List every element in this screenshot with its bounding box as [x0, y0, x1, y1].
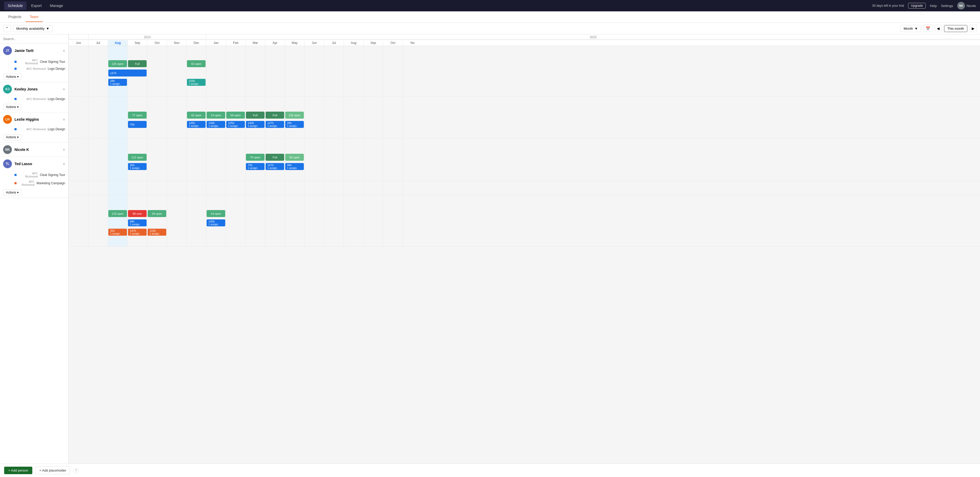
- month-cell-oct: Oct: [147, 40, 167, 46]
- cal-cell: [324, 45, 344, 59]
- view-selector[interactable]: Monthly availability ▼: [13, 25, 53, 32]
- cal-cell: [68, 111, 88, 120]
- cal-cell: [206, 171, 226, 181]
- member-name: Nicole K: [14, 147, 60, 152]
- prev-button[interactable]: ◀: [934, 25, 942, 32]
- cal-cell: [304, 153, 324, 162]
- this-month-button[interactable]: This month: [944, 25, 967, 32]
- upgrade-button[interactable]: Upgrade: [908, 3, 926, 8]
- sidebar-project-row: AFC RichmondLogo Design: [0, 66, 68, 71]
- settings-link[interactable]: Settings: [941, 4, 953, 8]
- cal-cell: [88, 228, 108, 237]
- cal-cell: [344, 139, 363, 153]
- year-header: 2024 2025: [68, 34, 980, 39]
- project-row-0: 147h: [68, 68, 980, 78]
- member-header[interactable]: LHLeslie Higgins∧: [0, 113, 68, 126]
- cal-cell: [324, 237, 344, 246]
- project-client-label: AFC Richmond: [19, 172, 38, 178]
- member-header[interactable]: TLTed Lasso∧: [0, 157, 68, 171]
- avail-chip: 98 over: [128, 210, 146, 217]
- user-name[interactable]: Nicole: [967, 4, 976, 8]
- cal-cell: [402, 181, 422, 195]
- cal-cell: [88, 237, 108, 246]
- availability-row: 77 open42 open14 open56 openFullFull126 …: [68, 111, 980, 120]
- cal-cell: [127, 139, 147, 153]
- cal-cell: [285, 181, 304, 195]
- cal-cell: [68, 120, 88, 129]
- dropdown-arrow: ▼: [46, 27, 49, 30]
- cal-cell: [186, 237, 206, 246]
- cal-cell: [226, 209, 245, 218]
- main-layout: JTJamie Tartt∧AFC RichmondCleat Signing …: [0, 34, 980, 477]
- cal-cell: [383, 139, 402, 153]
- member-header[interactable]: JTJamie Tartt∧: [0, 44, 68, 58]
- cal-cell: [186, 153, 206, 162]
- help-link[interactable]: Help: [930, 4, 937, 8]
- cal-cell: [265, 209, 285, 218]
- actions-button[interactable]: Actions ▾: [3, 74, 21, 80]
- actions-button[interactable]: Actions ▾: [3, 189, 21, 196]
- cal-cell: [324, 162, 344, 171]
- cal-cell: [147, 129, 167, 138]
- cal-spacer: [68, 237, 980, 246]
- cal-cell: [88, 87, 108, 97]
- cal-cell: [226, 59, 245, 68]
- month-cell-no: No: [402, 40, 422, 46]
- cal-cell: [226, 78, 245, 87]
- actions-button[interactable]: Actions ▾: [3, 134, 21, 140]
- cal-cell: [402, 97, 422, 111]
- cal-cell: [226, 171, 245, 181]
- cal-cell: [304, 171, 324, 181]
- cal-cell: [147, 120, 167, 129]
- user-avatar[interactable]: NK: [957, 2, 965, 10]
- cal-cell: [402, 78, 422, 87]
- proj-chip: 98h1 assign.: [285, 163, 304, 170]
- cal-cell: [344, 78, 363, 87]
- nav-tab-export[interactable]: Export: [27, 2, 45, 10]
- cal-cell: [206, 139, 226, 153]
- next-button[interactable]: ▶: [969, 25, 977, 32]
- nav-tab-schedule[interactable]: Schedule: [4, 2, 26, 10]
- cal-cell: [304, 209, 324, 218]
- cal-cell: [265, 237, 285, 246]
- cal-cell: [68, 237, 88, 246]
- add-placeholder-button[interactable]: + Add placeholder: [35, 466, 70, 474]
- cal-cell: [186, 171, 206, 181]
- cal-cell: [186, 228, 206, 237]
- cal-cell: [68, 181, 88, 195]
- project-color-dot: [14, 174, 16, 176]
- sub-tab-projects[interactable]: Projects: [4, 12, 25, 22]
- cal-cell: [285, 129, 304, 138]
- collapse-button[interactable]: ⌃: [3, 25, 11, 32]
- member-header[interactable]: NKNicole K∨: [0, 143, 68, 157]
- cal-cell: [147, 139, 167, 153]
- search-input[interactable]: [3, 37, 65, 41]
- cal-cell: [344, 59, 363, 68]
- cal-cell: [147, 111, 167, 120]
- member-header[interactable]: KJKeeley Jones∧: [0, 82, 68, 96]
- member-avatar: LH: [3, 115, 12, 124]
- cal-cell: [383, 153, 402, 162]
- month-selector[interactable]: Month ▼: [900, 25, 921, 32]
- help-button[interactable]: ?: [73, 468, 79, 473]
- calendar-button[interactable]: 📅: [923, 25, 932, 32]
- cal-cell: [363, 87, 383, 97]
- cal-cell: [324, 171, 344, 181]
- cal-cell: [363, 209, 383, 218]
- cal-cell: [304, 218, 324, 228]
- sub-tab-team[interactable]: Team: [25, 12, 43, 22]
- cal-cell: [186, 97, 206, 111]
- cal-cell: [304, 129, 324, 138]
- cal-cell: [363, 153, 383, 162]
- add-person-button[interactable]: + Add person: [4, 467, 32, 474]
- actions-button[interactable]: Actions ▾: [3, 104, 21, 110]
- nav-tab-manage[interactable]: Manage: [46, 2, 67, 10]
- cal-cell: [363, 97, 383, 111]
- cal-cell: [68, 171, 88, 181]
- cal-cell: [383, 97, 402, 111]
- cal-cell: [383, 218, 402, 228]
- cal-cell: [127, 87, 147, 97]
- month-cell-may: May: [285, 40, 304, 46]
- cal-cell: [226, 97, 245, 111]
- cal-header-row: [68, 195, 980, 209]
